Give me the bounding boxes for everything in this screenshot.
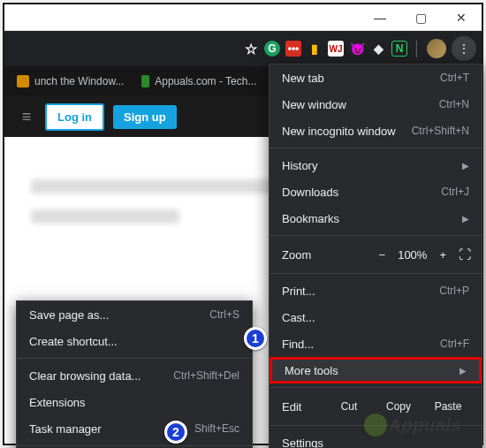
close-button[interactable]: ✕	[441, 4, 482, 31]
submenu-arrow-icon: ▶	[459, 366, 467, 376]
favicon-icon	[17, 75, 29, 87]
zoom-value: 100%	[398, 248, 427, 262]
extension-icon-lastpass[interactable]: •••	[285, 41, 301, 57]
menu-find[interactable]: Find... Ctrl+F	[270, 330, 482, 357]
menu-new-tab[interactable]: New tab Ctrl+T	[270, 65, 482, 91]
watermark-logo-icon	[364, 414, 387, 437]
menu-new-window[interactable]: New window Ctrl+N	[270, 91, 482, 118]
profile-avatar[interactable]	[427, 39, 446, 58]
extension-icon-diamond[interactable]: ◆	[370, 41, 386, 57]
menu-zoom-row: Zoom − 100% + ⛶	[270, 239, 482, 270]
tab-title: Appuals.com - Tech...	[155, 75, 256, 87]
hamburger-icon[interactable]: ≡	[17, 107, 36, 126]
menu-downloads[interactable]: Downloads Ctrl+J	[270, 178, 482, 205]
more-tools-submenu: Save page as... Ctrl+S Create shortcut..…	[16, 300, 253, 448]
extension-icon-generic-1[interactable]: ▮	[307, 41, 323, 57]
extension-icon-n[interactable]: N	[391, 41, 407, 57]
tab-1[interactable]: unch the Window...	[8, 69, 133, 94]
tab-2[interactable]: Appuals.com - Tech...	[133, 69, 265, 94]
submenu-save-page[interactable]: Save page as... Ctrl+S	[17, 301, 252, 328]
browser-toolbar: ☆ G ••• ▮ WJ 😈 ◆ N │ ⋮	[4, 31, 482, 66]
favicon-icon	[141, 75, 149, 87]
menu-history[interactable]: History ▶	[270, 152, 482, 178]
fullscreen-icon[interactable]: ⛶	[459, 247, 469, 262]
login-button[interactable]: Log in	[45, 103, 104, 131]
signup-button[interactable]: Sign up	[113, 105, 177, 129]
submenu-clear-browsing-data[interactable]: Clear browsing data... Ctrl+Shift+Del	[17, 362, 252, 389]
submenu-create-shortcut[interactable]: Create shortcut...	[17, 328, 252, 354]
window-titlebar: — ▢ ✕	[4, 4, 482, 31]
watermark: Appuals	[364, 408, 461, 436]
annotation-badge-2: 2	[164, 421, 187, 444]
chrome-main-menu: New tab Ctrl+T New window Ctrl+N New inc…	[269, 64, 482, 448]
chrome-menu-button[interactable]: ⋮	[452, 36, 476, 61]
bookmark-star-icon[interactable]: ☆	[243, 41, 259, 57]
extension-icon-grammarly[interactable]: G	[264, 41, 280, 57]
tab-title: unch the Window...	[34, 75, 124, 87]
menu-new-incognito[interactable]: New incognito window Ctrl+Shift+N	[270, 118, 482, 144]
submenu-arrow-icon: ▶	[462, 161, 469, 171]
zoom-out-button[interactable]: −	[379, 248, 386, 262]
menu-more-tools[interactable]: More tools ▶	[270, 357, 482, 383]
zoom-in-button[interactable]: +	[439, 248, 446, 262]
submenu-extensions[interactable]: Extensions	[17, 389, 252, 415]
menu-cast[interactable]: Cast...	[270, 304, 482, 330]
submenu-arrow-icon: ▶	[462, 214, 469, 224]
submenu-task-manager[interactable]: Task manager Shift+Esc	[17, 415, 252, 442]
maximize-button[interactable]: ▢	[400, 4, 441, 31]
menu-print[interactable]: Print... Ctrl+P	[270, 277, 482, 304]
extension-icon-wj[interactable]: WJ	[328, 41, 344, 57]
extension-icon-emoji[interactable]: 😈	[349, 41, 365, 57]
minimize-button[interactable]: —	[360, 4, 400, 31]
annotation-badge-1: 1	[244, 327, 267, 350]
menu-bookmarks[interactable]: Bookmarks ▶	[270, 205, 482, 232]
